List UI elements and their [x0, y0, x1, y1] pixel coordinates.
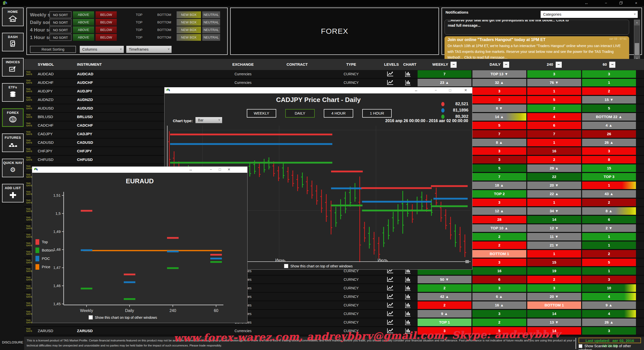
sort-topt-button[interactable]: TOP: [129, 34, 149, 41]
cell-240[interactable]: 20 ▼: [527, 293, 581, 300]
daily-cell[interactable]: 28: [472, 216, 526, 223]
daily-cell[interactable]: 3: [472, 96, 526, 103]
cell-60[interactable]: BOTTOM 22 ▲: [582, 113, 636, 121]
daily-cell[interactable]: 7: [472, 130, 526, 138]
cell-60[interactable]: 26 ▲: [582, 139, 636, 146]
window-minimize-icon[interactable]: −: [600, 0, 612, 6]
sort-neutral-button[interactable]: NEUTRAL: [202, 34, 220, 41]
cell-60[interactable]: 6: [582, 216, 636, 223]
weekly-cell[interactable]: 9 ▲: [418, 310, 471, 318]
col-240[interactable]: 240−: [527, 59, 581, 70]
daily-cell[interactable]: 2: [472, 233, 526, 240]
cell-240[interactable]: 2: [527, 276, 581, 283]
daily-cell[interactable]: 6: [472, 276, 526, 283]
cell-60[interactable]: 26: [582, 130, 636, 138]
collapse-60-icon[interactable]: −: [609, 62, 615, 68]
cell-240[interactable]: 4: [527, 113, 581, 121]
cell-60[interactable]: 3: [582, 147, 636, 155]
cell-240[interactable]: 11 ▼: [527, 233, 581, 240]
cell-60[interactable]: 1: [582, 233, 636, 240]
daily-cell[interactable]: 2: [472, 319, 526, 326]
table-row[interactable]: TASSAYSAUDCHFAUDCHFCurrenciesCURNCY23 ▲3…: [24, 79, 644, 87]
sidebar-item-dash[interactable]: DASH: [2, 33, 24, 51]
cell-60[interactable]: 43 ▲: [582, 190, 636, 198]
cell-240[interactable]: 15: [527, 259, 581, 266]
sort-below-button[interactable]: BELOW: [96, 11, 117, 18]
cell-60[interactable]: 3: [582, 70, 636, 78]
cell-60[interactable]: 2 ▼: [582, 224, 636, 232]
daily-cell[interactable]: 5: [472, 164, 526, 172]
cell-60[interactable]: 15: [582, 164, 636, 172]
sort-above-button[interactable]: ABOVE: [73, 19, 94, 26]
categories-dropdown[interactable]: Categories˅: [541, 11, 638, 18]
stay-on-top-checkbox[interactable]: [89, 315, 93, 320]
col-contract[interactable]: CONTRACT: [271, 59, 324, 70]
col-type[interactable]: TYPE: [325, 59, 378, 70]
window-close-icon[interactable]: ×: [630, 0, 642, 6]
sidebar-item-forex[interactable]: FOREX$: [2, 108, 24, 127]
window-restore-icon[interactable]: [615, 0, 627, 6]
daily-cell[interactable]: 3: [472, 199, 526, 206]
price-chart-icon[interactable]: [405, 285, 415, 292]
cell-60[interactable]: TOP 3: [582, 173, 636, 181]
col-instrument[interactable]: INSTRUMENT: [77, 59, 102, 70]
weekly-cell[interactable]: 23 ▲: [418, 79, 471, 86]
daily-cell[interactable]: 3: [472, 156, 526, 163]
price-chart-icon[interactable]: [405, 71, 415, 78]
sort-below-button[interactable]: BELOW: [96, 26, 117, 33]
sort-newbox-button[interactable]: NEW BOX: [177, 34, 201, 41]
sort-newbox-button[interactable]: NEW BOX: [177, 19, 201, 26]
daily-cell[interactable]: TOP 10 ▲: [472, 224, 526, 232]
daily-cell[interactable]: 12 ▲: [472, 207, 526, 215]
sidebar-item-indices[interactable]: INDICES: [2, 58, 24, 77]
sort-newbox-button[interactable]: NEW BOX: [177, 11, 201, 18]
daily-cell[interactable]: TOP 13 ▼: [472, 70, 526, 78]
scroll-up-icon[interactable]: ˄: [634, 20, 640, 25]
cell-240[interactable]: 34 ▼: [527, 207, 581, 215]
cell-240[interactable]: 1: [527, 250, 581, 258]
cell-240[interactable]: 16: [527, 147, 581, 155]
price-chart-icon[interactable]: [405, 319, 415, 326]
cell-60[interactable]: 8: [582, 156, 636, 163]
cell-60[interactable]: 1: [582, 79, 636, 86]
notification-item[interactable]: ...Reserve your seat and get the prerequ…: [445, 20, 629, 35]
daily-cell[interactable]: 3: [472, 259, 526, 266]
daily-cell[interactable]: 3: [472, 87, 526, 95]
daily-cell[interactable]: 3: [472, 284, 526, 292]
sort-nosort-button[interactable]: NO SORT: [50, 26, 71, 33]
sort-above-button[interactable]: ABOVE: [73, 34, 94, 41]
cell-240[interactable]: 22: [527, 173, 581, 181]
sort-newbox-button[interactable]: NEW BOX: [177, 26, 201, 33]
sort-topt-button[interactable]: TOP: [129, 19, 149, 26]
cell-60[interactable]: 3: [582, 276, 636, 283]
price-chart-icon[interactable]: [405, 276, 415, 283]
sort-above-button[interactable]: ABOVE: [73, 26, 94, 33]
weekly-cell[interactable]: 2: [418, 284, 471, 292]
col-chart[interactable]: CHART: [401, 59, 419, 70]
scrollbar-thumb[interactable]: [635, 43, 639, 55]
sort-neutral-button[interactable]: NEUTRAL: [202, 19, 220, 26]
cell-60[interactable]: 26 ▲: [582, 319, 636, 326]
weekly-cell[interactable]: 42 ▲: [418, 293, 471, 300]
sort-nosort-button[interactable]: NO SORT: [50, 34, 71, 41]
daily-cell[interactable]: TOP 2: [472, 190, 526, 198]
cell-240[interactable]: 2: [527, 156, 581, 163]
daily-cell[interactable]: 18 ▲: [472, 182, 526, 189]
collapse-240-icon[interactable]: −: [556, 62, 562, 68]
daily-cell[interactable]: BOTTOM 1: [472, 250, 526, 258]
cell-60[interactable]: 1: [582, 182, 636, 189]
levels-chart-icon[interactable]: [386, 311, 396, 317]
cell-240[interactable]: 6: [527, 122, 581, 129]
daily-cell[interactable]: 16: [472, 267, 526, 275]
columns-dropdown[interactable]: Columns˅: [80, 46, 124, 53]
cell-240[interactable]: 2: [527, 104, 581, 112]
sidebar-item-etfs[interactable]: ETFs: [2, 83, 24, 102]
window-resize-icon[interactable]: ↔: [581, 0, 592, 6]
cell-240[interactable]: 21 ▼: [527, 241, 581, 249]
cell-60[interactable]: 8 ▲: [582, 207, 636, 215]
sort-below-button[interactable]: BELOW: [96, 19, 117, 26]
cell-60[interactable]: 4: [582, 293, 636, 300]
daily-cell[interactable]: 3: [472, 147, 526, 155]
cell-60[interactable]: 1: [582, 267, 636, 275]
collapse-daily-icon[interactable]: −: [503, 62, 509, 68]
